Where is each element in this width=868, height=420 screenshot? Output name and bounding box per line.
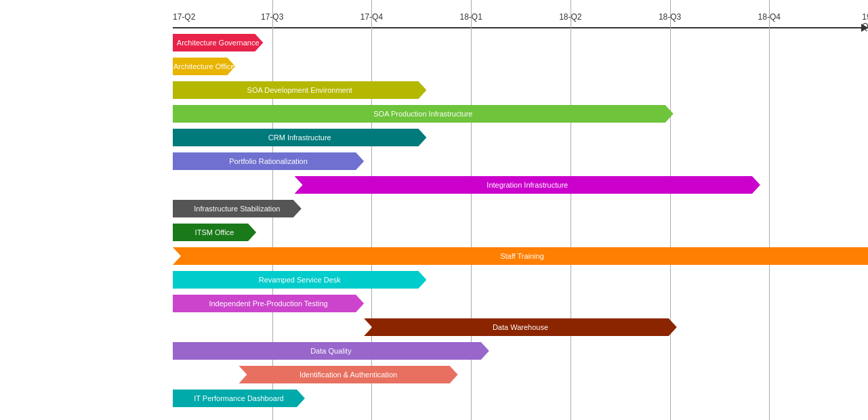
gantt-bar-10: Revamped Service Desk bbox=[173, 271, 426, 289]
gantt-bar-14: Identification & Authentication bbox=[239, 366, 457, 383]
gantt-bar-8: ITSM Office bbox=[173, 224, 256, 241]
quarter-line-18-Q3 bbox=[670, 0, 671, 420]
quarter-label-18-Q2: 18-Q2 bbox=[559, 12, 581, 22]
gantt-bar-1: Architecture Office bbox=[173, 58, 235, 75]
gantt-bar-15: IT Performance Dashboard bbox=[173, 390, 305, 407]
axis-line bbox=[173, 27, 868, 28]
quarter-label-18-Q1: 18-Q1 bbox=[459, 12, 482, 22]
quarter-label-18-Q4: 18-Q4 bbox=[758, 12, 781, 22]
gantt-bar-2: SOA Development Environment bbox=[173, 81, 426, 99]
gantt-bar-12: Data Warehouse bbox=[364, 318, 677, 336]
gantt-bar-3: SOA Production Infrastructure bbox=[173, 105, 674, 123]
quarter-label-17-Q3: 17-Q3 bbox=[261, 12, 283, 22]
gantt-bar-11: Independent Pre-Production Testing bbox=[173, 295, 364, 312]
quarter-line-18-Q2 bbox=[571, 0, 571, 420]
quarter-label-19-Q1: 19-Q1 bbox=[862, 12, 868, 31]
quarter-line-18-Q4 bbox=[769, 0, 770, 420]
timeline-area: 17-Q317-Q418-Q118-Q218-Q318-Q419-Q117-Q2… bbox=[173, 0, 868, 420]
gantt-bar-9: Staff Training bbox=[173, 247, 868, 265]
gantt-bar-13: Data Quality bbox=[173, 342, 489, 360]
quarter-label-18-Q3: 18-Q3 bbox=[659, 12, 681, 22]
gantt-bar-5: Portfolio Rationalization bbox=[173, 152, 364, 170]
gantt-bar-0: Architecture Governance bbox=[173, 34, 263, 51]
quarter-label-first: 17-Q2 bbox=[173, 12, 195, 22]
gantt-bar-7: Infrastructure Stabilization bbox=[173, 200, 302, 217]
gantt-bar-6: Integration Infrastructure bbox=[295, 176, 760, 194]
gantt-bar-4: CRM Infrastructure bbox=[173, 129, 426, 146]
chart-container: 17-Q317-Q418-Q118-Q218-Q318-Q419-Q117-Q2… bbox=[0, 0, 868, 420]
quarter-label-17-Q4: 17-Q4 bbox=[360, 12, 383, 22]
